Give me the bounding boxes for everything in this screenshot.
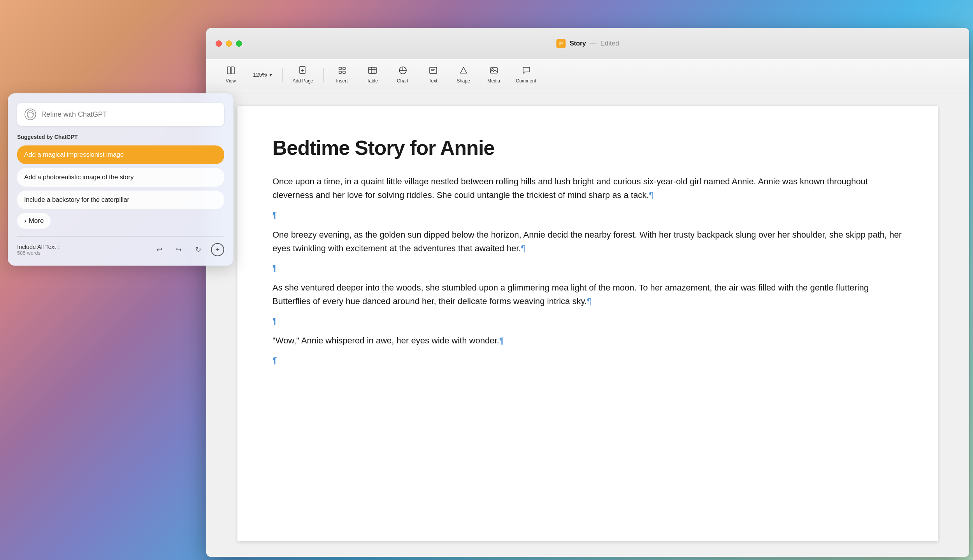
zoom-value: 125% [253,72,267,78]
paragraph-mark-2: ¶ [272,263,903,273]
doc-paragraph-2: One breezy evening, as the golden sun di… [272,228,903,255]
table-icon [368,66,377,77]
chatgpt-panel: Suggested by ChatGPT Add a magical impre… [8,93,234,266]
svg-rect-7 [339,71,341,74]
zoom-button[interactable]: 125% ▾ [248,69,277,80]
svg-rect-6 [343,67,345,70]
suggestion-1[interactable]: Add a magical impressionist image [17,145,224,164]
table-label: Table [367,78,378,84]
svg-rect-0 [227,67,230,74]
insert-button[interactable]: Insert [328,63,356,87]
insert-icon [337,66,347,77]
table-button[interactable]: Table [359,63,386,87]
view-button[interactable]: View [217,63,244,87]
more-button[interactable]: › More [17,213,51,229]
maximize-button[interactable] [236,40,242,47]
add-page-icon [298,66,307,77]
suggestion-3[interactable]: Include a backstory for the caterpillar [17,191,224,209]
traffic-lights [216,40,242,47]
doc-paragraph-4: "Wow," Annie whispered in awe, her eyes … [272,334,903,347]
svg-rect-2 [300,66,305,74]
svg-rect-1 [231,67,234,74]
view-icon [226,66,235,77]
add-page-button[interactable]: Add Page [287,63,319,87]
chart-label: Chart [397,78,408,84]
minimize-button[interactable] [226,40,232,47]
toolbar-separator-1 [282,68,283,82]
refresh-button[interactable]: ↻ [191,243,205,256]
suggestion-2[interactable]: Add a photorealistic image of the story [17,168,224,187]
edited-separator: — [590,40,596,47]
paragraph-mark-1: ¶ [272,210,903,220]
pilcrow-1: ¶ [649,190,653,200]
chart-button[interactable]: Chart [389,63,416,87]
text-icon [429,66,438,77]
pilcrow-4: ¶ [499,336,504,345]
add-page-label: Add Page [293,78,313,84]
comment-label: Comment [516,78,536,84]
more-label: More [29,217,44,225]
pilcrow-2: ¶ [521,243,525,253]
svg-rect-8 [343,71,345,74]
redo-button[interactable]: ↪ [172,243,185,256]
app-icon: P [556,39,566,48]
text-button[interactable]: Text [420,63,447,87]
doc-paragraph-1: Once upon a time, in a quaint little vil… [272,175,903,202]
svg-rect-15 [430,67,437,74]
svg-point-19 [492,68,493,70]
zoom-chevron-icon: ▾ [269,72,272,78]
add-button[interactable]: + [211,243,224,256]
shape-button[interactable]: Shape [450,63,477,87]
chatgpt-refine-input[interactable] [41,110,217,119]
paragraph-mark-4: ¶ [272,355,903,366]
words-count: 585 words [17,250,60,256]
include-arrow-icon: ↕ [58,245,60,250]
comment-icon [522,66,531,77]
text-label: Text [429,78,437,84]
svg-rect-9 [369,67,376,74]
svg-rect-5 [339,67,341,70]
close-button[interactable] [216,40,222,47]
more-chevron-icon: › [24,217,26,225]
view-label: View [226,78,236,84]
suggested-label: Suggested by ChatGPT [17,134,224,140]
chatgpt-logo-icon [24,108,37,121]
include-area: Include All Text ↕ 585 words [17,243,60,256]
edited-label: Edited [600,40,619,47]
pilcrow-3: ¶ [587,296,592,306]
media-button[interactable]: Media [480,63,508,87]
chart-icon [398,66,407,77]
doc-paragraph-3: As she ventured deeper into the woods, s… [272,281,903,308]
document-title: Story [569,40,586,47]
document-heading: Bedtime Story for Annie [272,137,903,159]
footer-actions: ↩ ↪ ↻ + [153,243,224,256]
panel-footer: Include All Text ↕ 585 words ↩ ↪ ↻ + [17,236,224,256]
comment-button[interactable]: Comment [511,63,542,87]
shape-icon [459,66,468,77]
toolbar-separator-2 [323,68,324,82]
window-title-area: P Story — Edited [556,39,619,48]
paragraph-mark-3: ¶ [272,316,903,326]
document-area: Bedtime Story for Annie Once upon a time… [206,90,969,557]
insert-label: Insert [336,78,348,84]
media-label: Media [487,78,500,84]
pages-window: P Story — Edited View 125% ▾ [206,28,969,557]
title-bar: P Story — Edited [206,28,969,59]
chatgpt-input-row[interactable] [17,103,224,126]
shape-label: Shape [457,78,470,84]
svg-rect-18 [490,68,497,73]
toolbar: View 125% ▾ Add Page [206,59,969,90]
document-page: Bedtime Story for Annie Once upon a time… [237,106,938,541]
media-icon [489,66,499,77]
include-text[interactable]: Include All Text ↕ [17,243,60,250]
undo-button[interactable]: ↩ [153,243,166,256]
